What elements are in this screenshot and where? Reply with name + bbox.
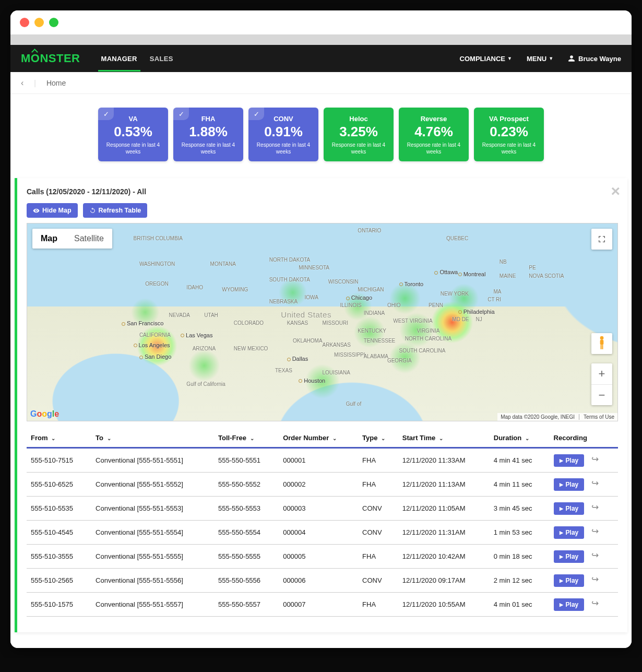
sort-icon: ⌄: [525, 435, 529, 441]
caret-down-icon: ▼: [549, 56, 553, 61]
panel-wrap: × Calls (12/05/2020 - 12/11/2020) - All …: [10, 178, 632, 648]
play-button[interactable]: Play: [554, 454, 585, 467]
play-button[interactable]: Play: [554, 526, 585, 539]
cell-start: 12/11/2020 09:17AM: [398, 569, 490, 593]
play-button[interactable]: Play: [554, 550, 585, 563]
table-row: 555-510-6525Conventional [555-551-5552]5…: [27, 473, 618, 497]
table-header[interactable]: Toll-Free ⌄: [214, 429, 279, 448]
cell-toll: 555-550-5553: [214, 497, 279, 521]
map-label: BRITISH COLUMBIA: [134, 235, 183, 241]
share-icon[interactable]: ↪: [591, 502, 599, 513]
traffic-light-close[interactable]: [20, 18, 29, 27]
map-type-map[interactable]: Map: [32, 229, 66, 249]
map-label: San Francisco: [122, 320, 163, 326]
map-fullscreen-button[interactable]: [591, 229, 612, 250]
stat-card[interactable]: ✓VA0.53%Response rate in last 4 weeks: [98, 108, 168, 161]
cell-from: 555-510-7515: [27, 448, 91, 473]
share-icon[interactable]: ↪: [591, 526, 599, 537]
table-header[interactable]: From ⌄: [27, 429, 91, 448]
map-label: NB: [500, 259, 507, 265]
table-header[interactable]: To ⌄: [91, 429, 214, 448]
nav-menu-dropdown[interactable]: MENU ▼: [527, 55, 553, 63]
brand-logo[interactable]: MONSTER: [21, 52, 80, 65]
calls-panel: × Calls (12/05/2020 - 12/11/2020) - All …: [15, 178, 627, 632]
map-label: NEW MEXICO: [234, 346, 268, 351]
stat-card[interactable]: VA Prospect0.23%Response rate in last 4 …: [474, 108, 544, 161]
calls-table-head: From ⌄To ⌄Toll-Free ⌄Order Number ⌄Type …: [27, 429, 618, 448]
table-header[interactable]: Type ⌄: [358, 429, 398, 448]
map-type-satellite[interactable]: Satellite: [66, 229, 112, 249]
cell-dur: 4 min 11 sec: [490, 473, 550, 497]
map-label: MICHIGAN: [358, 287, 384, 292]
stat-card[interactable]: ✓FHA1.88%Response rate in last 4 weeks: [173, 108, 243, 161]
share-icon[interactable]: ↪: [591, 478, 599, 489]
sort-icon: ⌄: [107, 435, 111, 441]
map-label: Chicago: [346, 294, 372, 301]
heatmap[interactable]: BRITISH COLUMBIAONTARIOQUEBECWASHINGTONM…: [27, 223, 618, 421]
nav-tab-manager[interactable]: MANAGER: [101, 55, 137, 63]
stat-cards: ✓VA0.53%Response rate in last 4 weeks✓FH…: [10, 94, 632, 178]
map-label: United States: [281, 310, 331, 319]
cell-start: 12/11/2020 10:42AM: [398, 545, 490, 569]
map-zoom-in[interactable]: +: [591, 363, 612, 384]
share-icon[interactable]: ↪: [591, 574, 599, 585]
table-row: 555-510-1575Conventional [555-551-5557]5…: [27, 593, 618, 617]
sort-icon: ⌄: [51, 435, 55, 441]
play-button[interactable]: Play: [554, 478, 585, 491]
panel-close-button[interactable]: ×: [611, 182, 620, 200]
map-label: NEBRASKA: [269, 299, 298, 304]
stat-card-sub: Response rate in last 4 weeks: [254, 142, 313, 155]
stat-card[interactable]: Reverse4.76%Response rate in last 4 week…: [399, 108, 469, 161]
nav-user[interactable]: Bruce Wayne: [568, 55, 621, 63]
map-label: NJ: [476, 316, 482, 322]
table-header[interactable]: Recording: [550, 429, 618, 448]
map-label: MISSOURI: [323, 320, 348, 326]
cell-order: 000006: [279, 569, 358, 593]
map-label: WYOMING: [222, 287, 248, 292]
refresh-table-button[interactable]: Refresh Table: [83, 203, 148, 218]
cell-from: 555-510-6525: [27, 473, 91, 497]
hide-map-button[interactable]: Hide Map: [27, 203, 78, 218]
map-label: NEW YORK: [441, 291, 469, 297]
table-header[interactable]: Start Time ⌄: [398, 429, 490, 448]
cell-order: 000005: [279, 545, 358, 569]
share-icon[interactable]: ↪: [591, 550, 599, 561]
map-pegman-button[interactable]: [591, 333, 612, 354]
map-terms-link[interactable]: Terms of Use: [579, 414, 614, 420]
table-header[interactable]: Duration ⌄: [490, 429, 550, 448]
map-label: WASHINGTON: [139, 261, 175, 267]
share-icon[interactable]: ↪: [591, 598, 599, 609]
share-icon[interactable]: ↪: [591, 454, 599, 465]
cell-dur: 2 min 12 sec: [490, 569, 550, 593]
stat-card-sub: Response rate in last 4 weeks: [404, 142, 463, 155]
map-label: NORTH DAKOTA: [269, 257, 311, 263]
stat-card[interactable]: ✓CONV0.91%Response rate in last 4 weeks: [248, 108, 318, 161]
traffic-light-zoom[interactable]: [49, 18, 58, 27]
stat-card-value: 3.25%: [329, 124, 388, 140]
sort-icon: ⌄: [381, 435, 385, 441]
map-label: UTAH: [204, 312, 218, 318]
cell-to: Conventional [555-551-5553]: [91, 497, 214, 521]
check-icon: ✓: [173, 108, 189, 120]
breadcrumb-back[interactable]: ‹: [21, 78, 23, 88]
play-button[interactable]: Play: [554, 574, 585, 587]
stat-card[interactable]: Heloc3.25%Response rate in last 4 weeks: [324, 108, 394, 161]
play-button[interactable]: Play: [554, 502, 585, 515]
breadcrumb: ‹ | Home: [10, 72, 632, 94]
nav-tab-sales[interactable]: SALES: [150, 55, 173, 63]
map-zoom-out[interactable]: −: [591, 384, 612, 405]
breadcrumb-home[interactable]: Home: [46, 79, 66, 87]
nav-menu-label: MENU: [527, 55, 546, 63]
traffic-light-minimize[interactable]: [34, 18, 44, 27]
play-button[interactable]: Play: [554, 598, 585, 611]
map-label: Gulf of: [346, 401, 361, 407]
table-header[interactable]: Order Number ⌄: [279, 429, 358, 448]
cell-dur: 3 min 45 sec: [490, 497, 550, 521]
cell-toll: 555-550-5555: [214, 545, 279, 569]
browser-toolbar: [10, 34, 632, 45]
map-type-toggle: Map Satellite: [32, 229, 112, 249]
cell-start: 12/11/2020 11:31AM: [398, 521, 490, 545]
pegman-icon: [597, 336, 607, 351]
nav-compliance-dropdown[interactable]: COMPLIANCE ▼: [460, 55, 512, 63]
svg-rect-4: [602, 345, 603, 349]
